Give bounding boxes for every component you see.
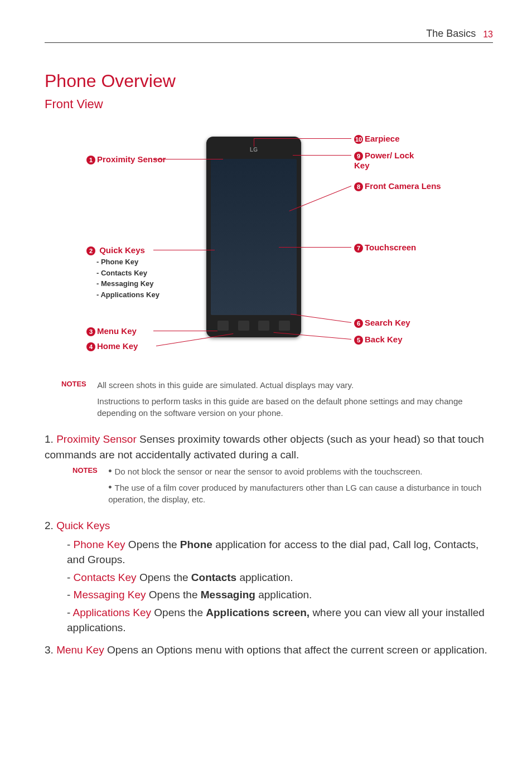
item-2-apps-bold: Applications screen, — [206, 607, 309, 618]
item-2-apps-a: Opens the — [151, 607, 206, 618]
callout-2-sub-applications: - Applications Key — [96, 289, 159, 301]
callout-1: 1Proximity Sensor — [86, 154, 166, 164]
callout-4-text: Home Key — [97, 341, 138, 351]
callout-number-7: 7 — [354, 244, 363, 253]
notes-2-b1: • Do not block the sensor or near the se… — [108, 466, 490, 477]
callout-10-line-v — [254, 138, 254, 147]
callout-number-3: 3 — [86, 327, 95, 336]
callout-2-line — [153, 250, 215, 250]
item-2-sub-contacts: - Contacts Key Opens the Contacts applic… — [67, 570, 493, 585]
item-2: 2. Quick Keys — [45, 518, 493, 534]
item-2-number: 2. — [45, 520, 54, 531]
item-2-phone-a: Opens the — [125, 539, 180, 550]
callout-4-line — [156, 333, 233, 346]
item-1-number: 1. — [45, 433, 54, 445]
notes-2-b2-text: The use of a film cover produced by manu… — [108, 483, 481, 504]
notes-1-p1: All screen shots in this guide are simul… — [97, 379, 490, 391]
phone-illustration: LG — [206, 137, 301, 337]
notes-body-1: All screen shots in this guide are simul… — [97, 379, 490, 423]
callout-7: 7Touchscreen — [354, 243, 416, 253]
item-2-phone-key: Phone Key — [74, 539, 125, 550]
callout-10-line — [254, 138, 351, 139]
callout-10-text: Earpiece — [365, 134, 400, 143]
callout-9-text: Power/ Lock Key — [354, 151, 414, 170]
callout-6-text: Search Key — [365, 318, 410, 327]
notes-block-1: NOTES All screen shots in this guide are… — [61, 379, 493, 423]
item-2-key: Quick Keys — [56, 520, 110, 531]
page-subtitle: Front View — [45, 97, 493, 112]
callout-3: 3Menu Key — [86, 326, 137, 336]
callout-6: 6Search Key — [354, 318, 410, 328]
callout-2-sublist: - Phone Key - Contacts Key - Messaging K… — [96, 256, 159, 300]
callout-8-text: Front Camera Lens — [365, 181, 441, 191]
callout-number-5: 5 — [354, 336, 363, 345]
page-title: Phone Overview — [45, 71, 493, 91]
callout-10: 10Earpiece — [354, 134, 400, 144]
phone-screen — [211, 159, 297, 315]
callout-5: 5Back Key — [354, 335, 403, 345]
item-2-sub-apps: - Applications Key Opens the Application… — [67, 605, 493, 636]
callout-number-8: 8 — [354, 182, 363, 191]
item-2-contacts-b: application. — [236, 572, 293, 583]
item-2-msg-bold: Messaging — [201, 589, 255, 601]
notes-1-p2: Instructions to perform tasks in this gu… — [97, 395, 490, 419]
callout-number-1: 1 — [86, 156, 95, 164]
notes-body-2: • Do not block the sensor or near the se… — [108, 466, 490, 510]
callout-number-6: 6 — [354, 319, 363, 328]
callout-7-text: Touchscreen — [365, 243, 416, 252]
item-1-key: Proximity Sensor — [56, 433, 137, 445]
page-number: 13 — [483, 30, 493, 39]
item-2-contacts-bold: Contacts — [191, 572, 236, 583]
callout-7-line — [279, 247, 351, 248]
page-header: The Basics 13 — [45, 28, 493, 43]
callout-9: 9Power/ Lock Key — [354, 151, 427, 170]
item-2-msg-key: Messaging Key — [74, 589, 146, 601]
callout-1-line — [153, 159, 223, 159]
item-2-phone-bold: Phone — [180, 539, 212, 550]
callout-2-sub-phone: - Phone Key — [96, 256, 159, 268]
item-2-contacts-key: Contacts Key — [74, 572, 137, 583]
callout-2-sub-messaging: - Messaging Key — [96, 278, 159, 289]
notes-2-b2: • The use of a film cover produced by ma… — [108, 482, 490, 505]
notes-block-2: NOTES • Do not block the sensor or near … — [72, 466, 493, 510]
callout-2: 2 Quick Keys - Phone Key - Contacts Key … — [86, 245, 159, 300]
notes-label-2: NOTES — [72, 466, 106, 476]
callout-3-text: Menu Key — [97, 326, 137, 336]
section-title: The Basics — [426, 28, 476, 39]
phone-softkeys — [213, 321, 294, 331]
callout-4: 4Home Key — [86, 341, 138, 351]
item-2-msg-b: application. — [255, 589, 312, 601]
callout-2-sub-contacts: - Contacts Key — [96, 268, 159, 279]
item-3: 3. Menu Key Opens an Options menu with o… — [45, 642, 493, 658]
callout-8: 8Front Camera Lens — [354, 181, 454, 191]
callout-number-4: 4 — [86, 342, 95, 351]
notes-label-1: NOTES — [61, 379, 95, 389]
phone-logo: LG — [206, 147, 301, 153]
item-3-number: 3. — [45, 644, 54, 656]
callout-5-text: Back Key — [365, 335, 403, 344]
callout-number-2: 2 — [86, 246, 95, 255]
item-2-contacts-a: Opens the — [137, 572, 191, 583]
item-2-sub-phone: - Phone Key Opens the Phone application … — [67, 537, 493, 568]
callout-9-line — [293, 155, 351, 156]
item-2-msg-a: Opens the — [146, 589, 201, 601]
callout-number-10: 10 — [354, 135, 363, 144]
item-3-text: Opens an Options menu with options that … — [104, 644, 487, 656]
callout-2-text: Quick Keys — [99, 245, 145, 255]
item-3-key: Menu Key — [56, 644, 104, 656]
callout-number-9: 9 — [354, 152, 363, 161]
phone-diagram: LG 1Proximity Sensor 2 Quick Keys - Phon… — [45, 128, 493, 368]
notes-2-b1-text: Do not block the sensor or near the sens… — [114, 467, 422, 476]
callout-3-line — [153, 331, 217, 331]
item-2-sub-messaging: - Messaging Key Opens the Messaging appl… — [67, 587, 493, 603]
item-2-apps-key: Applications Key — [73, 607, 151, 618]
item-1: 1. Proximity Sensor Senses proximity tow… — [45, 432, 493, 462]
